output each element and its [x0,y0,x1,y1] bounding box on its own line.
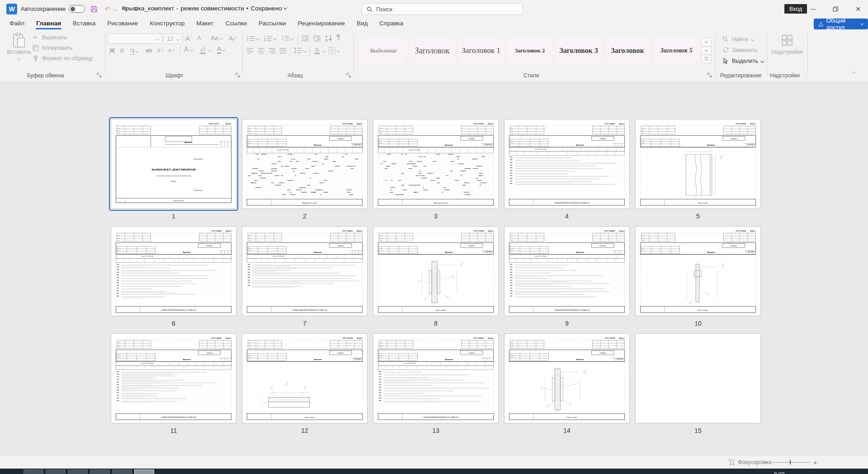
style-item-1[interactable]: Выделение [361,38,406,63]
underline-button[interactable]: Ч [130,47,138,55]
multilevel-list-button[interactable]: 1ai [281,35,293,42]
tab-макет[interactable]: Макет [190,18,219,29]
font-size-combo[interactable]: 12 [164,33,183,44]
page-thumbnail-7[interactable]: ГОСТ 3.1404-86Форма 3Дубл.Взам.Подл.Разр… [242,226,368,316]
share-button[interactable]: Общий доступ [814,19,868,29]
zoom-in-button[interactable]: + [813,459,817,466]
undo-dropdown[interactable] [112,4,118,14]
font-name-combo[interactable] [108,33,162,44]
bullets-button[interactable] [247,35,259,42]
text-effects-button[interactable]: А [184,45,193,54]
zoom-out-button[interactable]: − [764,459,768,466]
italic-button[interactable]: К [120,47,124,54]
restore-button[interactable] [828,2,843,16]
signin-button[interactable]: Вход [784,4,807,14]
find-button[interactable]: Найти [722,35,754,43]
taskbar-window-button-3[interactable] [68,469,88,474]
page-thumbnail-15[interactable] [635,333,761,423]
page-thumbnail-10[interactable]: ГОСТ 3.1105-84Форма 7Дубл.Взам.Подл.Разр… [635,226,761,316]
undo-button[interactable]: ↶ [103,4,112,14]
styles-gallery-up-button[interactable] [702,38,711,47]
numbering-button[interactable]: 123 [264,35,276,42]
page-thumbnail-3[interactable]: ГОСТ 3.1118-82Форма 1Дубл.Взам.Подл.Разр… [373,119,499,209]
format-painter-button[interactable]: Формат по образцу [32,54,93,62]
page-thumbnail-4[interactable]: ГОСТ 3.1404-86Форма 3Дубл.Взам.Подл.Разр… [504,119,630,209]
paste-button[interactable]: Вставить [7,33,31,60]
zoom-slider[interactable] [772,462,810,463]
style-item-5[interactable]: Заголовок 3 [556,38,601,63]
align-right-button[interactable] [269,48,276,54]
style-item-2[interactable]: Заголовок [410,38,455,63]
decrease-indent-button[interactable] [301,35,309,42]
align-left-button[interactable] [247,48,254,54]
increase-indent-button[interactable] [313,35,321,42]
search-input[interactable]: Поиск [362,3,523,15]
page-thumbnail-13[interactable]: ГОСТ 3.1404-86Форма 3Дубл.Взам.Подл.Разр… [373,333,499,423]
line-spacing-button[interactable] [294,47,306,54]
replace-button[interactable]: bc Заменить [722,46,757,54]
style-item-3[interactable]: Заголовок 1 [458,38,504,63]
copy-button[interactable]: Копировать [32,44,72,52]
autosave-toggle[interactable] [69,5,85,13]
style-item-7[interactable]: Заголовок 5 [654,38,699,63]
strikethrough-button[interactable]: ab [146,47,152,54]
word-app-icon[interactable]: W [6,4,17,14]
clipboard-dialog-launcher[interactable] [97,73,102,78]
styles-gallery-down-button[interactable] [702,47,711,55]
justify-button[interactable] [279,48,287,54]
font-color-button[interactable]: А [217,45,225,54]
page-thumbnail-8[interactable]: ГОСТ 3.1105-84Форма 7Дубл.Взам.Подл.Разр… [373,226,499,316]
style-item-4[interactable]: Заголовок 2 [507,38,552,63]
sort-button[interactable]: АЯ [325,34,333,42]
page-thumbnail-12[interactable]: ГОСТ 3.1105-84Форма 7Дубл.Взам.Подл.Разр… [242,333,368,423]
zoom-slider-thumb[interactable] [790,460,791,465]
tab-справка[interactable]: Справка [373,18,409,29]
minimize-button[interactable]: ─ [806,2,821,16]
page-thumbnail-6[interactable]: ГОСТ 3.1404-86Форма 3Дубл.Взам.Подл.Разр… [111,226,236,316]
styles-gallery-expand-button[interactable] [702,55,711,63]
tab-вид[interactable]: Вид [351,18,373,29]
subscript-button[interactable]: x2 [157,47,163,53]
taskbar-window-button-1[interactable] [24,469,43,474]
save-button[interactable] [89,4,99,14]
page-thumbnail-5[interactable]: ГОСТ 3.1105-84Форма 7Дубл.Взам.Подл.Разр… [635,119,761,209]
tab-рассылки[interactable]: Рассылки [253,18,292,29]
font-dialog-launcher[interactable] [235,73,241,78]
highlight-button[interactable] [199,46,211,54]
tab-ссылки[interactable]: Ссылки [220,18,253,29]
cut-button[interactable]: ✂Вырезать [32,33,67,41]
align-center-button[interactable] [258,48,265,54]
tab-конструктор[interactable]: Конструктор [144,18,190,29]
change-case-button[interactable]: Aa [211,34,222,42]
page-thumbnail-1[interactable]: ГОСТ 3.1117-81Форма 2Дубл.Взам.Подл.Крыш… [111,119,236,209]
tab-рецензирование[interactable]: Рецензирование [292,18,351,29]
taskbar-window-button-4[interactable] [90,469,110,474]
show-paragraph-marks-button[interactable]: ¶ [336,33,340,42]
shading-button[interactable] [313,47,325,54]
superscript-button[interactable]: x2 [168,47,174,53]
page-thumbnail-2[interactable]: ГОСТ 3.1118-82Форма 1Дубл.Взам.Подл.Разр… [242,119,368,209]
taskbar-window-button-active[interactable] [134,469,154,474]
paragraph-dialog-launcher[interactable] [346,73,352,78]
tab-рисование[interactable]: Рисование [101,18,144,29]
borders-button[interactable] [328,47,340,54]
collapse-ribbon-button[interactable] [853,71,855,73]
shrink-font-button[interactable]: Аˇ [197,34,203,41]
page-thumbnail-14[interactable]: ГОСТ 3.1105-84Форма 7Дубл.Взам.Подл.Разр… [504,333,630,423]
taskbar-window-button-5[interactable] [112,469,132,474]
addins-button[interactable]: Надстройки [771,34,803,55]
tab-главная[interactable]: Главная [30,18,67,29]
grow-font-button[interactable]: А^ [185,34,193,42]
document-title[interactable]: Крышка_комплект - режим совместимости • … [122,5,287,12]
page-thumbnail-11[interactable]: ГОСТ 3.1404-86Форма 3Дубл.Взам.Подл.Разр… [111,333,236,423]
select-button[interactable]: Выделить [722,57,764,65]
style-item-6[interactable]: Заголовок [605,38,650,63]
close-button[interactable]: ✕ [851,2,865,16]
clear-formatting-button[interactable]: А▯ [229,34,236,42]
taskbar-window-button-2[interactable] [46,469,66,474]
tab-файл[interactable]: Файл [4,18,30,29]
styles-dialog-launcher[interactable] [707,73,712,78]
tab-вставка[interactable]: Вставка [67,18,101,29]
page-thumbnail-9[interactable]: ГОСТ 3.1404-86Форма 3Дубл.Взам.Подл.Разр… [504,226,630,316]
bold-button[interactable]: Ж [109,47,115,54]
